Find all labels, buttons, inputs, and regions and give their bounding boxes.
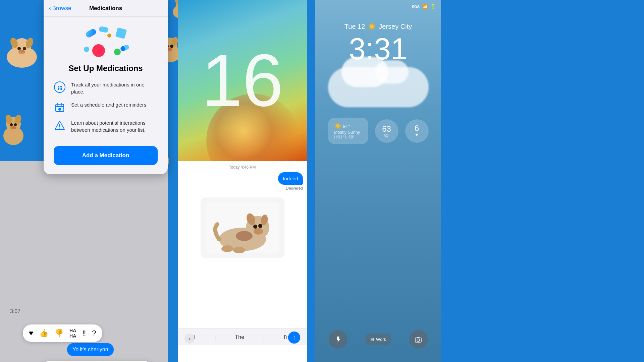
lockscreen-date-weather: Tue 12 ☀️ Jersey City [315, 22, 441, 31]
medications-nav-title: Medications [89, 5, 122, 12]
clock-panel: 16 [178, 0, 307, 161]
work-widget[interactable]: ⊞ Work [365, 334, 391, 345]
flashlight-button[interactable] [329, 330, 347, 349]
sent-message-text: Yo it's cherlynn [72, 347, 108, 352]
svg-point-12 [23, 47, 26, 50]
reaction-heart[interactable]: ♥ [29, 329, 33, 338]
delivered-status: Delivered [182, 186, 303, 191]
dog-image-bubble [201, 197, 284, 258]
dog-sticker-2 [0, 34, 44, 70]
lockscreen-date: Tue 12 [344, 23, 365, 31]
lockscreen-widgets: ☀️ 91° Mostly Sunny H:91° L:68° 63 AQI 6… [315, 118, 441, 144]
lockscreen-status-bar: SOS 📶 🔋 [315, 0, 441, 9]
svg-rect-79 [58, 86, 59, 87]
medications-nav-bar: ‹ Browse Medications [44, 0, 168, 17]
lockscreen-high-low: H:91° L:68° [334, 135, 362, 139]
svg-point-101 [221, 245, 233, 252]
lockscreen-weather-widget[interactable]: ☀️ 91° Mostly Sunny H:91° L:68° [328, 118, 368, 144]
medications-schedule-icon [54, 101, 66, 113]
svg-point-100 [236, 231, 253, 241]
lockscreen-aqi-number: 63 [382, 124, 391, 134]
sos-indicator: SOS [412, 5, 420, 9]
pill-icon-gold [107, 34, 111, 38]
suggestion-divider-1: | [215, 334, 216, 340]
conversation-input-area: › ↑ I | The | I'm [178, 328, 307, 362]
sent-message-bubble: Yo it's cherlynn [67, 343, 114, 356]
svg-point-90 [59, 128, 60, 129]
medications-content: Set Up Medications Track all your medica… [44, 17, 168, 172]
pill-icon-blue [85, 28, 97, 39]
medications-back-button[interactable]: ‹ Browse [49, 5, 71, 12]
sent-bubble-indeed: Indeed [278, 172, 303, 185]
svg-rect-82 [60, 88, 62, 90]
svg-point-99 [254, 228, 263, 235]
svg-point-97 [258, 224, 262, 228]
lockscreen-temp: ☀️ 91° [334, 122, 362, 130]
svg-point-70 [10, 126, 16, 129]
messages-time: 3:07 [10, 308, 20, 314]
suggestion-2[interactable]: The [235, 334, 245, 340]
pill-icon-green [114, 49, 121, 55]
medications-interactions-icon [54, 119, 66, 131]
svg-point-68 [10, 123, 13, 126]
add-medication-button[interactable]: Add a Medication [54, 146, 158, 165]
medications-feature-2: Set a schedule and get reminders. [54, 101, 158, 113]
svg-point-20 [170, 45, 173, 48]
lockscreen-bottom-bar: ⊞ Work [315, 330, 441, 349]
lockscreen-city: Jersey City [379, 23, 412, 31]
lockscreen-condition: Mostly Sunny [334, 130, 362, 135]
svg-point-14 [19, 52, 24, 54]
reaction-question[interactable]: ? [92, 329, 96, 338]
pill-icon-capsule [120, 44, 129, 52]
lockscreen-aqi-widget[interactable]: 63 AQI [375, 119, 398, 143]
conversation-body: Indeed Delivered [178, 172, 307, 328]
reaction-thumbsdown[interactable]: 👎 [54, 329, 63, 338]
medications-panel: ‹ Browse Medications Set Up Medications [44, 0, 168, 174]
reaction-haha[interactable]: HAHA [69, 328, 76, 339]
battery-icon: 🔋 [430, 4, 436, 9]
conversation-timestamp: Today 4:46 PM [178, 161, 307, 172]
lockscreen-weather-icon: ☀️ [368, 22, 376, 31]
send-button[interactable]: ↑ [288, 331, 300, 344]
lockscreen-panel: SOS 📶 🔋 Tue 12 ☀️ Jersey City 3:31 ☀️ 91… [315, 0, 441, 362]
clock-number: 16 [201, 44, 283, 117]
messages-context-panel: 3:07 ♥ 👍 👎 HAHA ‼ ? Yo it's cherlynn Rep… [0, 161, 168, 362]
medications-icon-area [82, 27, 129, 57]
suggestion-divider-2: | [263, 334, 265, 340]
pill-icon-hex [115, 27, 127, 39]
dog-sticker-10 [0, 111, 27, 147]
medications-title: Set Up Medications [68, 64, 143, 73]
svg-point-69 [14, 123, 17, 126]
pill-icon-teal2 [84, 47, 89, 52]
reaction-exclaim[interactable]: ‼ [82, 329, 86, 338]
work-icon: ⊞ [370, 337, 374, 342]
medications-feature-1: Track all your medications in one place. [54, 81, 158, 95]
lockscreen-uv-sun-icon: ✦ [415, 132, 419, 138]
svg-rect-80 [58, 88, 59, 90]
back-chevron-icon: ‹ [49, 5, 51, 12]
medications-track-icon [54, 81, 66, 93]
svg-point-96 [253, 225, 257, 229]
work-label: Work [376, 337, 386, 342]
svg-point-87 [58, 108, 61, 111]
pill-icon-pink [92, 44, 105, 57]
medications-feature-2-text: Set a schedule and get reminders. [71, 101, 148, 108]
expand-button[interactable]: › [184, 334, 195, 344]
messages-conversation-panel: Today 4:46 PM Indeed Delivered [178, 161, 307, 362]
camera-button[interactable] [409, 330, 428, 349]
lockscreen-aqi-label: AQI [384, 134, 389, 137]
svg-point-11 [17, 47, 21, 50]
reaction-thumbsup[interactable]: 👍 [39, 329, 48, 338]
reaction-bar: ♥ 👍 👎 HAHA ‼ ? [23, 324, 102, 342]
right-background [441, 0, 644, 362]
medications-feature-3-text: Learn about potential interactions betwe… [71, 119, 158, 133]
pill-icon-teal [99, 26, 109, 33]
svg-point-104 [417, 339, 420, 342]
lockscreen-uv-widget[interactable]: 6 ✦ [405, 119, 429, 143]
wifi-icon: 📶 [422, 4, 428, 9]
svg-rect-81 [60, 86, 62, 87]
back-label[interactable]: Browse [52, 5, 71, 12]
svg-point-78 [54, 82, 65, 93]
keyboard-suggestions: I | The | I'm [178, 328, 307, 345]
medications-feature-3: Learn about potential interactions betwe… [54, 119, 158, 133]
